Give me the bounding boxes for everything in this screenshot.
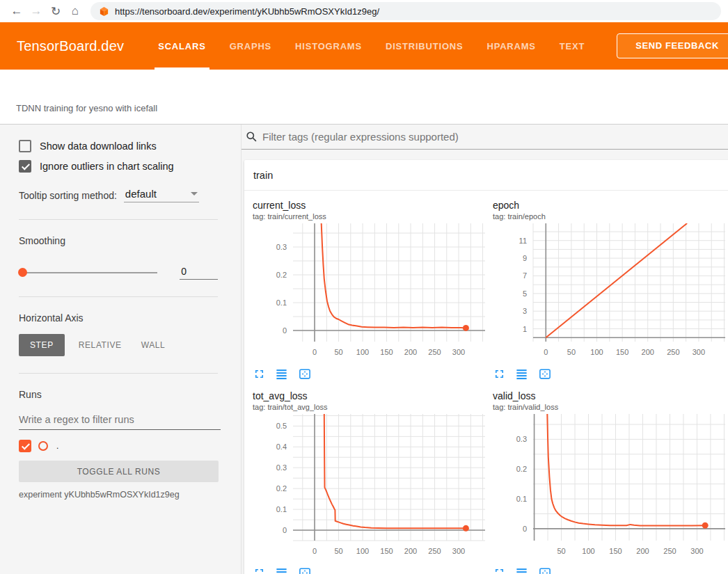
smoothing-label: Smoothing (19, 235, 218, 246)
chart-tag: tag: train/current_loss (253, 212, 487, 221)
svg-text:0: 0 (312, 547, 317, 555)
svg-text:100: 100 (356, 348, 369, 356)
expand-chart-icon[interactable] (253, 367, 266, 381)
svg-text:0.1: 0.1 (516, 495, 527, 503)
horizontal-axis-section: Horizontal Axis STEP RELATIVE WALL (19, 296, 218, 373)
svg-text:0: 0 (312, 348, 317, 356)
svg-text:100: 100 (582, 547, 594, 555)
runs-selector-icon[interactable] (275, 566, 288, 574)
tag-filter-row (242, 125, 728, 150)
tab-scalars[interactable]: SCALARS (146, 22, 217, 70)
fit-domain-icon[interactable] (297, 367, 312, 381)
tab-text[interactable]: TEXT (548, 22, 596, 70)
svg-text:0.3: 0.3 (276, 243, 287, 251)
current-loss-chart[interactable]: 05010015020025030000.10.20.3 (253, 222, 487, 361)
axis-relative-button[interactable]: RELATIVE (69, 334, 132, 356)
train-group-header[interactable]: train (244, 160, 728, 191)
fit-domain-icon[interactable] (297, 566, 312, 574)
tensorboard-favicon (99, 6, 109, 17)
svg-text:0.3: 0.3 (276, 463, 287, 472)
tab-graphs[interactable]: GRAPHS (218, 22, 283, 70)
run-checkbox[interactable] (19, 440, 31, 452)
top-nav: SCALARS GRAPHS HISTOGRAMS DISTRIBUTIONS … (146, 22, 596, 70)
svg-text:50: 50 (557, 547, 565, 555)
svg-text:300: 300 (452, 547, 465, 555)
chevron-down-icon (191, 192, 198, 196)
runs-regex-input[interactable] (19, 411, 221, 430)
home-icon[interactable]: ⌂ (65, 4, 85, 18)
url-text[interactable]: https://tensorboard.dev/experiment/yKUbh… (115, 6, 379, 17)
tab-distributions[interactable]: DISTRIBUTIONS (374, 22, 475, 70)
svg-text:250: 250 (663, 547, 676, 555)
svg-text:150: 150 (616, 348, 628, 356)
svg-text:0: 0 (283, 526, 287, 534)
svg-text:3: 3 (523, 307, 527, 315)
svg-text:0: 0 (544, 348, 548, 356)
svg-text:0: 0 (523, 525, 527, 533)
tab-histograms[interactable]: HISTOGRAMS (283, 22, 374, 70)
show-download-links-row[interactable]: Show data download links (19, 140, 218, 152)
tooltip-sorting-select[interactable]: default (124, 188, 199, 202)
show-download-links-checkbox[interactable] (19, 140, 31, 152)
send-feedback-button[interactable]: SEND FEEDBACK (617, 33, 728, 58)
chart-title: tot_avg_loss (253, 390, 487, 401)
smoothing-section: Smoothing 0 (19, 219, 218, 296)
svg-text:0.1: 0.1 (276, 298, 287, 307)
svg-text:0.2: 0.2 (516, 465, 527, 473)
settings-sidebar: Show data download links Ignore outliers… (0, 125, 242, 574)
svg-text:300: 300 (690, 547, 703, 555)
smoothing-value[interactable]: 0 (180, 266, 218, 280)
valid-loss-chart[interactable]: 5010015020025030000.10.20.3 (493, 413, 727, 560)
horizontal-axis-label: Horizontal Axis (19, 312, 218, 324)
svg-text:300: 300 (452, 348, 465, 356)
experiment-id-label: experiment yKUbhb5wRmOSXYkId1z9eg (19, 490, 218, 500)
general-settings-section: Show data download links Ignore outliers… (19, 125, 218, 219)
svg-text:200: 200 (642, 348, 654, 356)
fit-domain-icon[interactable] (537, 566, 553, 574)
experiment-title: TDNN training for yesno with icefall (16, 103, 157, 113)
runs-selector-icon[interactable] (515, 367, 528, 381)
svg-text:5: 5 (523, 289, 527, 298)
search-icon (246, 131, 258, 143)
chart-tile-epoch: epoch tag: train/epoch 05010015020025030… (493, 200, 727, 381)
smoothing-slider-thumb[interactable] (18, 268, 27, 277)
tooltip-sorting-label: Tooltip sorting method: (19, 190, 117, 202)
tag-filter-input[interactable] (262, 131, 728, 143)
expand-chart-icon[interactable] (253, 566, 266, 574)
runs-selector-icon[interactable] (275, 367, 288, 381)
smoothing-slider[interactable] (19, 272, 157, 273)
run-item-row[interactable]: . (19, 440, 218, 452)
runs-selector-icon[interactable] (515, 566, 528, 574)
axis-step-button[interactable]: STEP (19, 334, 65, 356)
browser-chrome: ← → ↻ ⌂ https://tensorboard.dev/experime… (0, 0, 728, 22)
back-icon[interactable]: ← (7, 4, 26, 18)
axis-wall-button[interactable]: WALL (132, 334, 175, 356)
chart-tile-valid-loss: valid_loss tag: train/valid_loss 5010015… (493, 390, 727, 574)
svg-text:100: 100 (590, 348, 603, 356)
chart-title: valid_loss (493, 390, 727, 401)
fit-domain-icon[interactable] (537, 367, 553, 381)
reload-icon[interactable]: ↻ (46, 4, 65, 19)
svg-text:250: 250 (667, 348, 679, 356)
svg-text:250: 250 (428, 348, 441, 356)
show-download-links-label: Show data download links (40, 141, 157, 152)
ignore-outliers-checkbox[interactable] (19, 160, 31, 173)
expand-chart-icon[interactable] (493, 566, 506, 574)
runs-label: Runs (19, 389, 218, 400)
epoch-chart[interactable]: 0501001502002503001357911 (493, 222, 727, 361)
toggle-all-runs-button[interactable]: TOGGLE ALL RUNS (19, 461, 219, 482)
tab-hparams[interactable]: HPARAMS (475, 22, 547, 70)
brand-title: TensorBoard.dev (17, 38, 124, 54)
svg-text:50: 50 (567, 348, 576, 356)
ignore-outliers-row[interactable]: Ignore outliers in chart scaling (19, 160, 218, 173)
address-bar[interactable]: https://tensorboard.dev/experiment/yKUbh… (90, 2, 721, 20)
dashboard-main: train current_loss tag: train/current_lo… (242, 125, 728, 574)
svg-text:150: 150 (380, 547, 393, 555)
train-group-card: train current_loss tag: train/current_lo… (244, 160, 728, 574)
tot-avg-loss-chart[interactable]: 05010015020025030000.10.20.30.40.5 (253, 413, 487, 560)
app-header: TensorBoard.dev SCALARS GRAPHS HISTOGRAM… (0, 22, 728, 70)
expand-chart-icon[interactable] (493, 367, 506, 381)
svg-text:100: 100 (356, 547, 369, 555)
svg-text:0.5: 0.5 (276, 422, 287, 430)
forward-icon[interactable]: → (26, 4, 46, 18)
